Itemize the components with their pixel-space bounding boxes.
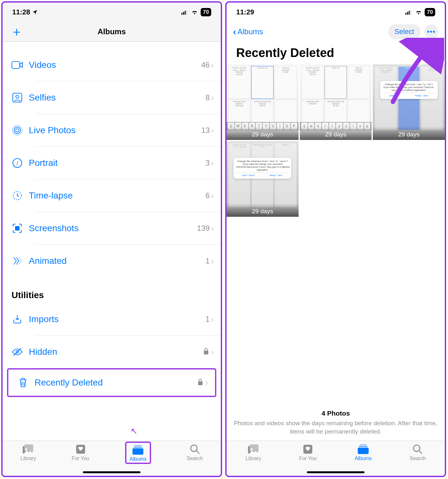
photo-thumbnail[interactable]: S.NON_ALCOH OLIC_...ES.pdf1591525134An n… — [227, 141, 299, 217]
row-count: 8 — [205, 93, 210, 102]
tab-label: Albums — [130, 456, 147, 462]
row-count: 1 — [205, 256, 210, 265]
row-screenshots[interactable]: Screenshots 139 › — [3, 212, 221, 245]
svg-rect-28 — [407, 12, 408, 15]
photo-thumbnail[interactable]: S.NON_ALCOH OLIC_...ES.pdf09/10/23320 KB… — [300, 64, 372, 140]
selfie-icon — [12, 92, 23, 103]
lock-icon — [197, 378, 203, 387]
svg-rect-17 — [198, 381, 203, 385]
chevron-right-icon: › — [211, 191, 214, 201]
row-portrait[interactable]: f Portrait 3 › — [3, 147, 221, 179]
days-remaining: 29 days — [227, 126, 299, 140]
livephoto-icon — [12, 125, 23, 136]
row-selfies[interactable]: Selfies 8 › — [3, 81, 221, 114]
photo-grid: S.NON_ALCOH OLIC_...ES.pdf09/10/23320 KB… — [227, 64, 445, 217]
import-icon — [12, 313, 23, 325]
chevron-left-icon: ‹ — [233, 26, 236, 37]
portrait-icon: f — [12, 157, 23, 169]
animated-icon — [12, 255, 23, 267]
trash-icon — [17, 377, 29, 388]
select-button[interactable]: Select — [388, 24, 420, 39]
add-button[interactable]: ＋ — [10, 23, 23, 40]
tab-for-you[interactable]: For You — [72, 443, 89, 461]
tab-search[interactable]: Search — [187, 443, 203, 461]
battery-level: 70 — [201, 8, 211, 16]
svg-rect-0 — [181, 13, 182, 15]
svg-rect-30 — [410, 10, 411, 15]
svg-point-33 — [251, 448, 252, 450]
photo-thumbnail[interactable]: S.NON_ALCOH OLIC_...ES.pdf09/10/23Davin.… — [373, 64, 445, 140]
home-indicator[interactable] — [83, 471, 140, 473]
status-bar: 11:29 70 — [227, 3, 445, 22]
chevron-right-icon: › — [211, 223, 214, 233]
row-label: Imports — [29, 314, 205, 324]
status-time: 11:28 — [12, 8, 30, 16]
svg-point-25 — [191, 445, 197, 451]
tab-albums[interactable]: Albums — [125, 442, 151, 464]
row-live-photos[interactable]: Live Photos 13 › — [3, 114, 221, 147]
svg-rect-36 — [359, 446, 368, 447]
chevron-right-icon: › — [211, 158, 214, 168]
svg-rect-13 — [15, 226, 20, 231]
tab-search[interactable]: Search — [410, 443, 426, 461]
days-remaining: 29 days — [373, 126, 445, 140]
hidden-icon — [12, 346, 23, 358]
row-hidden[interactable]: Hidden › — [3, 336, 221, 368]
row-label: Time-lapse — [29, 191, 205, 201]
row-count: 3 — [205, 158, 210, 167]
tab-label: Library — [20, 456, 36, 461]
row-label: Screenshots — [29, 223, 197, 233]
svg-point-7 — [16, 129, 19, 132]
battery-level: 70 — [425, 8, 435, 16]
tab-library[interactable]: Library — [20, 443, 36, 461]
lock-icon — [203, 348, 209, 356]
albums-screen: 11:28 70 ＋ Albums Videos 46 › — [1, 1, 222, 477]
annotation-arrow: ↖ — [131, 426, 138, 436]
tab-label: Search — [410, 456, 426, 461]
row-imports[interactable]: Imports 1 › — [3, 303, 221, 336]
nav-bar: ‹ Albums Select ••• — [227, 22, 445, 42]
timelapse-icon — [12, 190, 23, 201]
row-label: Live Photos — [29, 125, 201, 135]
tab-label: Library — [245, 456, 261, 461]
chevron-right-icon: › — [205, 378, 208, 388]
screenshot-icon — [12, 223, 23, 234]
tab-label: Search — [187, 456, 203, 461]
svg-rect-29 — [409, 11, 410, 15]
svg-line-39 — [419, 451, 422, 454]
row-animated[interactable]: Animated 1 › — [3, 245, 221, 277]
nav-bar: ＋ Albums — [3, 22, 221, 42]
svg-rect-22 — [134, 445, 141, 446]
svg-point-20 — [25, 448, 27, 450]
svg-rect-2 — [185, 11, 186, 15]
back-button[interactable]: ‹ Albums — [233, 26, 263, 37]
svg-point-38 — [413, 445, 420, 451]
row-time-lapse[interactable]: Time-lapse 6 › — [3, 179, 221, 212]
home-indicator[interactable] — [307, 471, 364, 473]
albums-list: Videos 46 › Selfies 8 › Live Photos 13 › — [3, 42, 221, 441]
svg-rect-23 — [133, 447, 142, 448]
svg-rect-37 — [358, 448, 369, 454]
wifi-icon — [415, 10, 422, 15]
row-label: Hidden — [29, 347, 203, 357]
row-count: 139 — [197, 224, 210, 233]
tab-library[interactable]: Library — [245, 443, 261, 461]
tab-label: Albums — [355, 456, 372, 461]
row-recently-deleted[interactable]: Recently Deleted › — [7, 368, 216, 397]
videocam-icon — [12, 59, 23, 71]
svg-rect-1 — [183, 12, 184, 15]
utilities-header: Utilities — [3, 277, 221, 303]
tab-label: For You — [72, 456, 89, 461]
tab-bar: Library For You Albums Search — [3, 441, 221, 476]
status-bar: 11:28 70 — [3, 3, 221, 22]
tab-for-you[interactable]: For You — [299, 443, 317, 461]
page-title: Recently Deleted — [227, 42, 445, 64]
tab-albums[interactable]: Albums — [355, 443, 372, 461]
row-label: Videos — [29, 60, 201, 70]
row-videos[interactable]: Videos 46 › — [3, 49, 221, 81]
row-label: Animated — [29, 256, 205, 266]
svg-line-26 — [196, 451, 199, 454]
photo-thumbnail[interactable]: S.NON_ALCOH OLIC_...ES.pdf09/10/23320 KB… — [227, 64, 299, 140]
more-button[interactable]: ••• — [424, 25, 438, 39]
deletion-notice: Photos and videos show the days remainin… — [227, 417, 445, 441]
